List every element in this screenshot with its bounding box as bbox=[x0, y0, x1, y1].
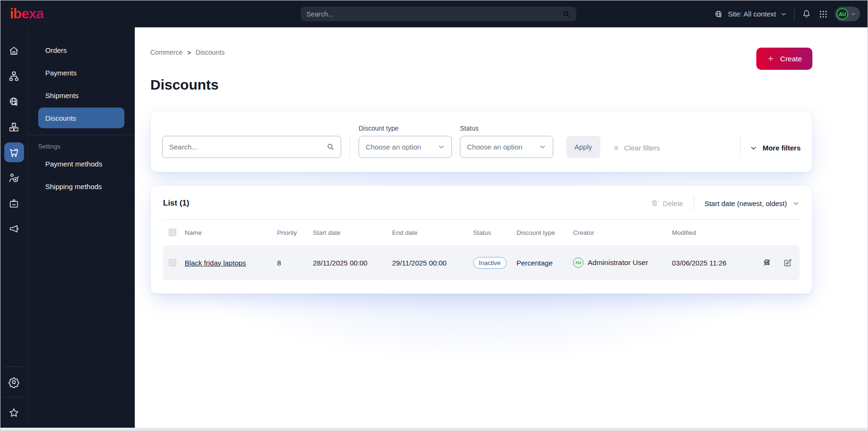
global-search-input[interactable] bbox=[306, 10, 562, 18]
col-status: Status bbox=[473, 229, 516, 236]
notifications-bell-icon[interactable] bbox=[802, 9, 811, 19]
discount-type-filter: Discount type Choose an option bbox=[359, 124, 452, 158]
creator-avatar: AU bbox=[573, 257, 583, 268]
globe-cursor-icon bbox=[714, 9, 723, 19]
site-context-label: Site: All context bbox=[728, 10, 776, 18]
app-window: ibexa Site: All context bbox=[0, 0, 868, 431]
filter-divider bbox=[350, 136, 350, 158]
nav-gear-icon[interactable] bbox=[0, 371, 27, 393]
list-title: List (1) bbox=[163, 199, 189, 208]
row-actions bbox=[754, 258, 800, 267]
apply-button[interactable]: Apply bbox=[566, 136, 600, 158]
status-cell: Inactive bbox=[473, 257, 516, 269]
sort-selector[interactable]: Start date (newest, oldest) bbox=[704, 199, 800, 207]
end-date-value: 29/11/2025 00:00 bbox=[392, 259, 473, 267]
priority-value: 8 bbox=[277, 259, 313, 267]
globe-slash-icon[interactable] bbox=[762, 258, 772, 267]
nav-home-icon[interactable] bbox=[0, 38, 27, 63]
filter-divider bbox=[740, 136, 741, 158]
search-icon bbox=[326, 142, 335, 151]
plus-icon bbox=[767, 55, 775, 63]
nav-products-boxes-icon[interactable] bbox=[0, 114, 27, 140]
filter-search bbox=[162, 136, 341, 158]
topbar-right: Site: All context AU bbox=[714, 0, 860, 27]
col-creator: Creator bbox=[573, 229, 672, 236]
page-title: Discounts bbox=[150, 76, 812, 93]
more-filters-button[interactable]: More filters bbox=[750, 144, 801, 152]
window-bottom-strip bbox=[0, 428, 868, 431]
creator-name: Administrator User bbox=[588, 258, 648, 267]
menu-item-payments[interactable]: Payments bbox=[38, 62, 124, 83]
breadcrumb: Commerce > Discounts bbox=[150, 48, 812, 56]
col-end-date: End date bbox=[392, 229, 473, 236]
search-icon[interactable] bbox=[562, 10, 571, 18]
menu-section-settings: Settings bbox=[28, 142, 135, 150]
user-menu[interactable]: AU bbox=[835, 7, 860, 21]
chevron-down-icon bbox=[780, 11, 787, 17]
col-start-date: Start date bbox=[313, 229, 392, 236]
modified-value: 03/06/2025 11:26 bbox=[672, 259, 754, 267]
col-modified: Modified bbox=[672, 229, 754, 236]
menu-divider bbox=[28, 135, 135, 135]
breadcrumb-separator: > bbox=[187, 49, 191, 56]
nav-divider bbox=[5, 397, 24, 398]
table-row: Black friday laptops 8 28/11/2025 00:00 … bbox=[163, 245, 800, 280]
breadcrumb-discounts: Discounts bbox=[196, 49, 224, 56]
nav-star-icon[interactable] bbox=[0, 401, 27, 424]
site-context-selector[interactable]: Site: All context bbox=[714, 9, 787, 19]
chevron-down-icon bbox=[539, 143, 546, 150]
main-nav-rail bbox=[0, 27, 27, 431]
delete-button[interactable]: Delete bbox=[650, 199, 683, 207]
creator-cell: AU Administrator User bbox=[573, 257, 672, 268]
create-button[interactable]: Create bbox=[756, 48, 812, 70]
nav-commerce-cart-icon[interactable] bbox=[0, 140, 27, 165]
menu-item-shipments[interactable]: Shipments bbox=[38, 85, 124, 106]
status-select[interactable]: Choose an option bbox=[460, 136, 553, 158]
close-icon bbox=[613, 144, 620, 151]
commerce-menu-panel: Orders Payments Shipments Discounts Sett… bbox=[27, 27, 135, 431]
app-body: Orders Payments Shipments Discounts Sett… bbox=[0, 27, 868, 431]
col-priority: Priority bbox=[277, 229, 313, 236]
nav-site-globe-icon[interactable] bbox=[0, 89, 27, 114]
clear-filters-button[interactable]: Clear filters bbox=[613, 144, 660, 152]
avatar: AU bbox=[836, 8, 848, 20]
discount-type-value: Percentage bbox=[516, 259, 573, 267]
menu-item-payment-methods[interactable]: Payment methods bbox=[38, 153, 124, 174]
list-header-divider bbox=[694, 196, 694, 211]
row-checkbox[interactable] bbox=[169, 259, 176, 266]
trash-icon bbox=[650, 199, 659, 207]
app-grid-icon[interactable] bbox=[819, 9, 828, 19]
select-all-checkbox[interactable] bbox=[169, 229, 176, 236]
global-search bbox=[301, 7, 576, 21]
menu-item-orders[interactable]: Orders bbox=[38, 40, 124, 60]
status-label: Status bbox=[460, 124, 553, 132]
discounts-list-card: List (1) Delete Start date (newest, olde… bbox=[150, 185, 812, 294]
chevron-down-icon bbox=[793, 200, 800, 207]
main-content: Commerce > Discounts Create Discounts bbox=[135, 27, 868, 431]
list-header-actions: Delete Start date (newest, oldest) bbox=[650, 196, 800, 211]
active-nav-highlight bbox=[4, 142, 24, 162]
nav-rail-bottom bbox=[0, 363, 27, 431]
start-date-value: 28/11/2025 00:00 bbox=[313, 259, 392, 267]
list-header: List (1) Delete Start date (newest, olde… bbox=[163, 194, 800, 212]
filters-card: Discount type Choose an option Status Ch… bbox=[150, 111, 812, 172]
nav-audience-target-icon[interactable] bbox=[0, 165, 27, 191]
chevron-down-icon bbox=[750, 144, 757, 152]
breadcrumb-commerce[interactable]: Commerce bbox=[150, 49, 182, 56]
nav-id-badge-icon[interactable] bbox=[0, 191, 27, 216]
edit-icon[interactable] bbox=[783, 258, 792, 267]
col-discount-type: Discount type bbox=[516, 229, 573, 236]
menu-item-discounts[interactable]: Discounts bbox=[38, 108, 124, 128]
status-filter: Status Choose an option bbox=[460, 124, 553, 158]
discount-name-link[interactable]: Black friday laptops bbox=[185, 259, 277, 267]
col-name: Name bbox=[185, 229, 277, 236]
nav-content-tree-icon[interactable] bbox=[0, 63, 27, 89]
menu-item-shipping-methods[interactable]: Shipping methods bbox=[38, 176, 124, 197]
discount-type-select[interactable]: Choose an option bbox=[359, 136, 452, 158]
chevron-down-icon bbox=[851, 11, 856, 17]
table-header-row: Name Priority Start date End date Status… bbox=[163, 220, 800, 245]
chevron-down-icon bbox=[438, 143, 445, 150]
topbar-divider bbox=[794, 8, 794, 20]
filter-search-input[interactable] bbox=[162, 136, 341, 158]
nav-megaphone-icon[interactable] bbox=[0, 216, 27, 241]
